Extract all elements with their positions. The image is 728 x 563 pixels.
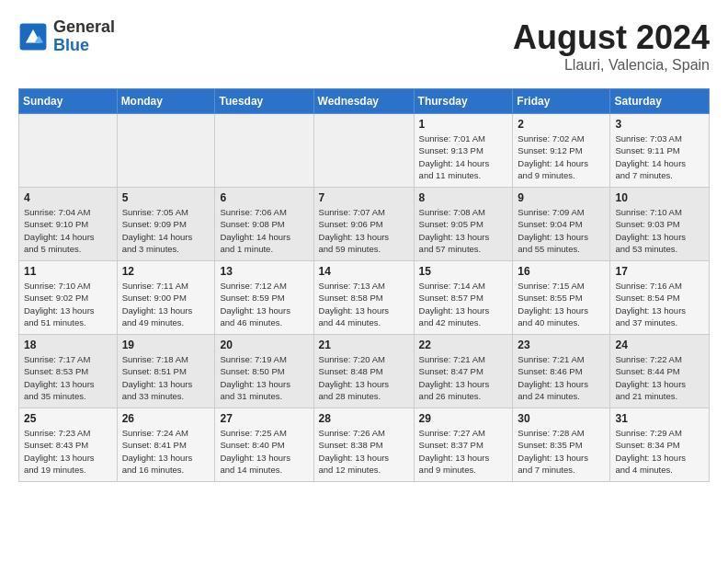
day-number: 12 (122, 265, 210, 278)
day-info: Sunrise: 7:26 AM Sunset: 8:38 PM Dayligh… (319, 427, 409, 476)
day-number: 25 (24, 412, 112, 425)
calendar-cell: 7Sunrise: 7:07 AM Sunset: 9:06 PM Daylig… (313, 188, 414, 261)
day-number: 19 (122, 339, 210, 351)
day-info: Sunrise: 7:24 AM Sunset: 8:41 PM Dayligh… (122, 427, 210, 476)
day-info: Sunrise: 7:21 AM Sunset: 8:47 PM Dayligh… (419, 353, 508, 402)
day-number: 2 (518, 118, 605, 131)
title-area: August 2024 Llauri, Valencia, Spain (513, 18, 710, 74)
calendar-cell: 25Sunrise: 7:23 AM Sunset: 8:43 PM Dayli… (19, 408, 118, 482)
day-number: 20 (220, 339, 308, 351)
day-info: Sunrise: 7:18 AM Sunset: 8:51 PM Dayligh… (122, 353, 210, 402)
calendar-cell: 20Sunrise: 7:19 AM Sunset: 8:50 PM Dayli… (215, 335, 313, 408)
day-number: 9 (518, 191, 605, 204)
day-number: 26 (122, 412, 210, 425)
calendar-cell: 21Sunrise: 7:20 AM Sunset: 8:48 PM Dayli… (313, 335, 414, 408)
calendar-cell: 3Sunrise: 7:03 AM Sunset: 9:11 PM Daylig… (610, 114, 710, 188)
header-tuesday: Tuesday (215, 89, 313, 114)
calendar-cell: 4Sunrise: 7:04 AM Sunset: 9:10 PM Daylig… (19, 188, 118, 261)
day-info: Sunrise: 7:09 AM Sunset: 9:04 PM Dayligh… (518, 206, 605, 255)
calendar-cell: 29Sunrise: 7:27 AM Sunset: 8:37 PM Dayli… (414, 408, 513, 482)
day-number: 4 (24, 191, 112, 204)
header-thursday: Thursday (414, 89, 513, 114)
header-wednesday: Wednesday (313, 89, 414, 114)
calendar-cell: 5Sunrise: 7:05 AM Sunset: 9:09 PM Daylig… (117, 188, 215, 261)
day-info: Sunrise: 7:20 AM Sunset: 8:48 PM Dayligh… (319, 353, 409, 402)
calendar-cell: 2Sunrise: 7:02 AM Sunset: 9:12 PM Daylig… (513, 114, 610, 188)
calendar-week-3: 11Sunrise: 7:10 AM Sunset: 9:02 PM Dayli… (19, 261, 710, 335)
calendar-cell (19, 114, 118, 188)
logo-blue: Blue (53, 36, 89, 54)
day-number: 3 (615, 118, 704, 131)
calendar-cell: 1Sunrise: 7:01 AM Sunset: 9:13 PM Daylig… (414, 114, 513, 188)
day-number: 8 (419, 191, 508, 204)
calendar-week-2: 4Sunrise: 7:04 AM Sunset: 9:10 PM Daylig… (19, 188, 710, 261)
day-number: 21 (319, 339, 409, 351)
day-number: 22 (419, 339, 508, 351)
calendar-cell: 16Sunrise: 7:15 AM Sunset: 8:55 PM Dayli… (513, 261, 610, 335)
calendar-cell: 27Sunrise: 7:25 AM Sunset: 8:40 PM Dayli… (215, 408, 313, 482)
calendar-cell: 14Sunrise: 7:13 AM Sunset: 8:58 PM Dayli… (313, 261, 414, 335)
day-info: Sunrise: 7:10 AM Sunset: 9:02 PM Dayligh… (24, 280, 112, 328)
day-number: 13 (220, 265, 308, 278)
day-number: 24 (615, 339, 704, 351)
day-info: Sunrise: 7:04 AM Sunset: 9:10 PM Dayligh… (24, 206, 112, 255)
day-info: Sunrise: 7:05 AM Sunset: 9:09 PM Dayligh… (122, 206, 210, 255)
day-info: Sunrise: 7:11 AM Sunset: 9:00 PM Dayligh… (122, 280, 210, 328)
calendar-table: SundayMondayTuesdayWednesdayThursdayFrid… (18, 88, 710, 482)
calendar-title: August 2024 (513, 18, 710, 57)
day-info: Sunrise: 7:06 AM Sunset: 9:08 PM Dayligh… (220, 206, 308, 255)
calendar-cell (313, 114, 414, 188)
header-friday: Friday (513, 89, 610, 114)
calendar-cell (215, 114, 313, 188)
day-info: Sunrise: 7:02 AM Sunset: 9:12 PM Dayligh… (518, 132, 605, 181)
day-number: 6 (220, 191, 308, 204)
day-number: 18 (24, 339, 112, 351)
calendar-cell: 19Sunrise: 7:18 AM Sunset: 8:51 PM Dayli… (117, 335, 215, 408)
calendar-cell (117, 114, 215, 188)
day-info: Sunrise: 7:14 AM Sunset: 8:57 PM Dayligh… (419, 280, 508, 328)
calendar-header-row: SundayMondayTuesdayWednesdayThursdayFrid… (19, 89, 710, 114)
day-number: 15 (419, 265, 508, 278)
day-number: 27 (220, 412, 308, 425)
day-info: Sunrise: 7:01 AM Sunset: 9:13 PM Dayligh… (419, 132, 508, 181)
calendar-cell: 24Sunrise: 7:22 AM Sunset: 8:44 PM Dayli… (610, 335, 710, 408)
header-saturday: Saturday (610, 89, 710, 114)
calendar-cell: 8Sunrise: 7:08 AM Sunset: 9:05 PM Daylig… (414, 188, 513, 261)
day-info: Sunrise: 7:25 AM Sunset: 8:40 PM Dayligh… (220, 427, 308, 476)
day-info: Sunrise: 7:17 AM Sunset: 8:53 PM Dayligh… (24, 353, 112, 402)
day-info: Sunrise: 7:07 AM Sunset: 9:06 PM Dayligh… (319, 206, 409, 255)
day-number: 23 (518, 339, 605, 351)
calendar-cell: 6Sunrise: 7:06 AM Sunset: 9:08 PM Daylig… (215, 188, 313, 261)
day-number: 17 (615, 265, 704, 278)
calendar-cell: 17Sunrise: 7:16 AM Sunset: 8:54 PM Dayli… (610, 261, 710, 335)
day-number: 5 (122, 191, 210, 204)
day-info: Sunrise: 7:27 AM Sunset: 8:37 PM Dayligh… (419, 427, 508, 476)
day-number: 31 (615, 412, 704, 425)
calendar-cell: 22Sunrise: 7:21 AM Sunset: 8:47 PM Dayli… (414, 335, 513, 408)
day-number: 16 (518, 265, 605, 278)
calendar-cell: 12Sunrise: 7:11 AM Sunset: 9:00 PM Dayli… (117, 261, 215, 335)
calendar-week-5: 25Sunrise: 7:23 AM Sunset: 8:43 PM Dayli… (19, 408, 710, 482)
calendar-cell: 26Sunrise: 7:24 AM Sunset: 8:41 PM Dayli… (117, 408, 215, 482)
calendar-cell: 15Sunrise: 7:14 AM Sunset: 8:57 PM Dayli… (414, 261, 513, 335)
day-number: 7 (319, 191, 409, 204)
logo-general: General (53, 17, 115, 36)
day-info: Sunrise: 7:21 AM Sunset: 8:46 PM Dayligh… (518, 353, 605, 402)
calendar-subtitle: Llauri, Valencia, Spain (513, 57, 710, 74)
calendar-week-1: 1Sunrise: 7:01 AM Sunset: 9:13 PM Daylig… (19, 114, 710, 188)
calendar-cell: 9Sunrise: 7:09 AM Sunset: 9:04 PM Daylig… (513, 188, 610, 261)
calendar-week-4: 18Sunrise: 7:17 AM Sunset: 8:53 PM Dayli… (19, 335, 710, 408)
day-info: Sunrise: 7:29 AM Sunset: 8:34 PM Dayligh… (615, 427, 704, 476)
logo: General Blue (18, 18, 115, 55)
day-info: Sunrise: 7:15 AM Sunset: 8:55 PM Dayligh… (518, 280, 605, 328)
header-sunday: Sunday (19, 89, 118, 114)
calendar-cell: 11Sunrise: 7:10 AM Sunset: 9:02 PM Dayli… (19, 261, 118, 335)
day-number: 11 (24, 265, 112, 278)
logo-text: General Blue (53, 18, 115, 55)
day-info: Sunrise: 7:28 AM Sunset: 8:35 PM Dayligh… (518, 427, 605, 476)
day-info: Sunrise: 7:08 AM Sunset: 9:05 PM Dayligh… (419, 206, 508, 255)
day-number: 10 (615, 191, 704, 204)
day-info: Sunrise: 7:13 AM Sunset: 8:58 PM Dayligh… (319, 280, 409, 328)
day-info: Sunrise: 7:19 AM Sunset: 8:50 PM Dayligh… (220, 353, 308, 402)
day-number: 14 (319, 265, 409, 278)
